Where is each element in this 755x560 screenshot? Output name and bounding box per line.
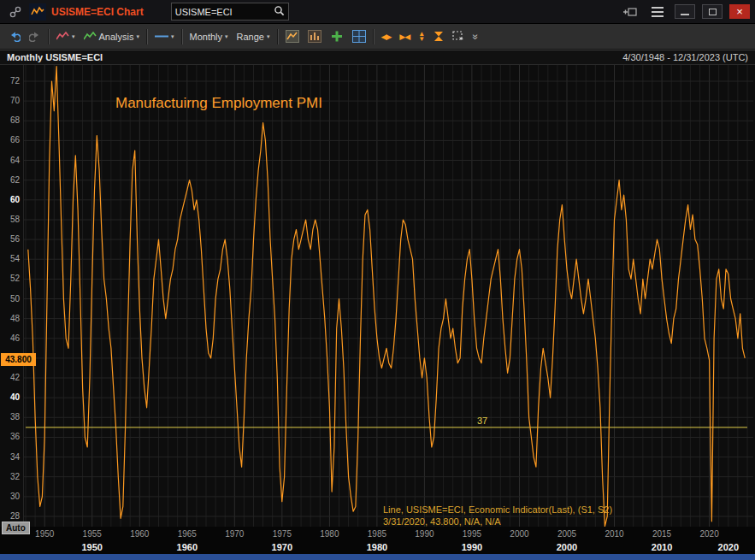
y-axis-tick: 30 bbox=[10, 492, 20, 501]
x-axis-tick: 2000 bbox=[505, 529, 533, 539]
maximize-icon bbox=[709, 9, 717, 15]
undo-button[interactable] bbox=[4, 27, 25, 47]
app-window: USISME=ECI Chart × bbox=[0, 0, 755, 560]
plot-region[interactable]: 37Manufactuirng Employment PMILine, USIS… bbox=[24, 65, 755, 527]
y-axis-tick: 70 bbox=[10, 96, 20, 105]
y-axis-tick: 56 bbox=[10, 234, 20, 244]
x-axis-decades: 19501960197019801990200020102020 bbox=[0, 542, 755, 554]
chevron-down-icon: ▾ bbox=[267, 33, 270, 40]
series-legend-line2: 3/31/2020, 43.800, N/A, N/A bbox=[383, 516, 501, 527]
trendline-style-dropdown[interactable]: ▾ bbox=[52, 27, 80, 47]
instrument-search-box[interactable] bbox=[171, 3, 289, 21]
x-axis-tick: 2005 bbox=[553, 529, 581, 539]
pan-left-right-button[interactable]: ◀▶ bbox=[377, 27, 396, 47]
y-axis-tick: 34 bbox=[10, 452, 20, 462]
time-window-button[interactable] bbox=[429, 27, 448, 47]
chevron-down-icon: ▾ bbox=[171, 33, 174, 40]
x-axis-tick: 2015 bbox=[648, 529, 675, 539]
range-label: Range bbox=[237, 32, 264, 42]
close-button[interactable]: × bbox=[729, 4, 750, 19]
y-axis-tick: 36 bbox=[10, 432, 20, 441]
x-axis-tick: 1965 bbox=[174, 529, 201, 539]
menu-icon[interactable] bbox=[647, 3, 668, 21]
chart-type-button[interactable] bbox=[281, 27, 304, 47]
minimize-icon bbox=[681, 14, 689, 15]
x-axis-tick: 2010 bbox=[601, 529, 628, 539]
y-axis-tick: 62 bbox=[10, 175, 20, 185]
y-axis-tick: 68 bbox=[10, 115, 20, 125]
toolbar-separator bbox=[48, 29, 50, 44]
redo-button[interactable] bbox=[25, 27, 45, 47]
chart-instrument-label: Monthly USISME=ECI bbox=[7, 52, 103, 62]
hourglass-icon bbox=[434, 31, 444, 42]
analysis-label: Analysis bbox=[99, 32, 134, 42]
x-axis-tick: 1950 bbox=[31, 529, 58, 539]
x-axis-tick: 2020 bbox=[696, 529, 723, 539]
instrument-search-input[interactable] bbox=[175, 7, 274, 17]
x-axis-decade-label: 1950 bbox=[76, 542, 109, 552]
y-axis-tick: 50 bbox=[10, 294, 20, 304]
chevron-down-icon: ▾ bbox=[225, 33, 228, 40]
threshold-line-label: 37 bbox=[477, 416, 487, 426]
maximize-button[interactable] bbox=[702, 4, 723, 19]
range-dropdown[interactable]: Range ▾ bbox=[233, 27, 274, 47]
chevron-down-icon: ▾ bbox=[136, 33, 139, 40]
selection-tool-button[interactable] bbox=[448, 27, 469, 47]
minimize-button[interactable] bbox=[675, 4, 695, 19]
x-axis-tick: 1955 bbox=[79, 529, 106, 539]
horizontal-scrollbar[interactable] bbox=[0, 554, 755, 560]
layout-grid-button[interactable] bbox=[348, 27, 370, 47]
series-legend-line1: Line, USISME=ECI, Economic Indicator(Las… bbox=[383, 504, 612, 515]
y-axis-tick: 38 bbox=[10, 412, 20, 421]
x-axis-decade-label: 1980 bbox=[361, 542, 393, 552]
y-axis-tick: 66 bbox=[10, 135, 20, 144]
chart-toolbar: ▾ Analysis ▾ ▾ Monthly ▾ Range ▾ bbox=[0, 24, 755, 50]
interval-label: Monthly bbox=[190, 32, 223, 42]
interval-dropdown[interactable]: Monthly ▾ bbox=[186, 27, 233, 47]
search-icon[interactable] bbox=[274, 4, 285, 20]
y-axis-tick: 54 bbox=[10, 254, 20, 263]
y-axis-tick: 46 bbox=[10, 333, 20, 343]
y-axis-tick: 40 bbox=[10, 392, 20, 402]
chevron-down-icon: ▾ bbox=[72, 33, 75, 40]
toolbar-separator bbox=[277, 29, 279, 44]
analysis-dropdown[interactable]: Analysis ▾ bbox=[80, 27, 144, 47]
add-tile-icon[interactable] bbox=[620, 3, 640, 21]
toolbar-separator bbox=[146, 29, 148, 44]
window-title: USISME=ECI Chart bbox=[51, 6, 144, 18]
fit-vertical-button[interactable]: ▲▼ bbox=[414, 27, 429, 47]
chart-date-range: 4/30/1948 - 12/31/2023 (UTC) bbox=[622, 52, 748, 62]
chart-area: 43.800 283032343638404244464850525456586… bbox=[0, 65, 755, 527]
vertical-arrows-icon: ▲▼ bbox=[418, 32, 425, 42]
x-axis-tick: 1995 bbox=[458, 529, 486, 539]
toolbar-separator bbox=[373, 29, 375, 44]
chart-style-button[interactable] bbox=[304, 27, 326, 47]
x-axis-tick: 1980 bbox=[316, 529, 343, 539]
link-channels-icon[interactable] bbox=[5, 3, 26, 21]
chart-header: Monthly USISME=ECI 4/30/1948 - 12/31/202… bbox=[0, 50, 755, 65]
plot-canvas[interactable]: 37Manufactuirng Employment PMILine, USIS… bbox=[24, 65, 755, 527]
y-axis[interactable]: 43.800 283032343638404244464850525456586… bbox=[0, 65, 24, 527]
y-axis-tick: 52 bbox=[10, 274, 20, 283]
y-axis-tick: 28 bbox=[10, 511, 20, 521]
x-axis-decade-label: 1960 bbox=[171, 542, 203, 552]
y-axis-tick: 58 bbox=[10, 215, 20, 224]
x-axis-years[interactable]: 1950195519601965197019751980198519901995… bbox=[0, 527, 755, 542]
x-axis-decade-label: 2020 bbox=[712, 542, 745, 552]
y-axis-tick: 64 bbox=[10, 156, 20, 165]
x-axis-tick: 1985 bbox=[363, 529, 391, 539]
auto-scale-button[interactable]: Auto bbox=[2, 522, 30, 534]
last-value-badge: 43.800 bbox=[1, 353, 36, 366]
x-axis-decade-label: 1990 bbox=[456, 542, 488, 552]
y-axis-tick: 42 bbox=[10, 373, 20, 382]
snap-to-latest-button[interactable]: ▶◀ bbox=[395, 27, 414, 47]
add-analysis-button[interactable] bbox=[326, 27, 348, 47]
line-type-dropdown[interactable]: ▾ bbox=[150, 27, 179, 47]
y-axis-tick: 32 bbox=[10, 472, 20, 481]
x-axis-tick: 1960 bbox=[126, 529, 153, 539]
more-tools-button[interactable]: » bbox=[469, 27, 483, 47]
app-logo-icon bbox=[29, 3, 46, 21]
title-bar: USISME=ECI Chart × bbox=[0, 0, 755, 24]
chart-title-annotation: Manufactuirng Employment PMI bbox=[115, 95, 322, 111]
x-axis-decade-label: 2000 bbox=[551, 542, 583, 552]
